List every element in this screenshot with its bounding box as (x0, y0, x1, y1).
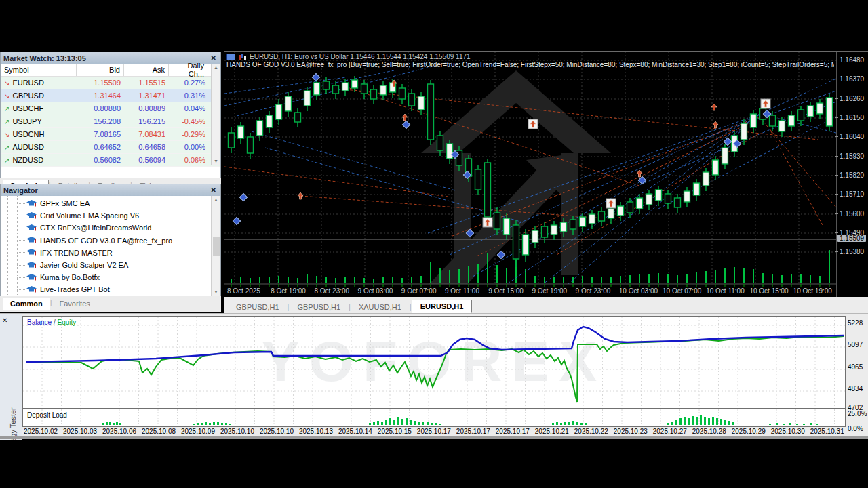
time-axis-label: 10 Oct 07:00 (663, 287, 702, 295)
ea-icon (26, 274, 37, 281)
scrollbar-thumb[interactable] (213, 237, 220, 256)
tree-line (17, 203, 25, 204)
navigator-item[interactable]: HANDS OF GOD V3.0 EA@free_fx_pro (1, 235, 220, 247)
navigator-item[interactable]: Kuma by Bo.Botfx (1, 271, 220, 283)
tester-date-label: 2025.10.30 (771, 428, 805, 437)
bid-cell: 156.208 (77, 117, 124, 125)
change-cell: -0.06% (169, 156, 208, 164)
scroll-down-icon[interactable]: ▼ (214, 289, 218, 294)
chart-tab-gbpusd-h1[interactable]: GBPUSD,H1 (289, 301, 349, 313)
close-icon[interactable]: ✕ (210, 186, 218, 194)
mt-terminal: Market Watch: 13:13:05 ✕ SymbolBidAskDai… (0, 0, 868, 488)
ea-icon (26, 286, 37, 293)
tree-line (17, 277, 25, 278)
ask-cell: 0.64658 (124, 143, 169, 151)
price-axis-label: 1.15380 (840, 248, 864, 256)
symbol-cell: ↗NZDUSD (1, 156, 77, 164)
tab-favorites[interactable]: Favorites (52, 298, 98, 310)
trend-up-icon: ↗ (4, 118, 9, 125)
tester-y-label: 25.0% (848, 410, 867, 418)
column-header[interactable]: Daily Ch... (169, 64, 208, 76)
tester-date-label: 2025.10.09 (181, 428, 215, 437)
column-header[interactable]: Symbol (1, 64, 77, 76)
left-dock: Market Watch: 13:13:05 ✕ SymbolBidAskDai… (0, 52, 221, 312)
tester-y-label: 0.0% (848, 425, 863, 432)
close-icon[interactable]: ✕ (210, 54, 218, 62)
tester-date-label: 2025.10.17 (456, 428, 490, 437)
balance-label: Balance (27, 319, 52, 326)
market-watch-scrollbar[interactable]: ▲ ▼ (211, 64, 220, 165)
strategy-tester-label: Strategy Tester (9, 407, 17, 440)
navigator-item[interactable]: GPFx SMC EA (1, 197, 220, 209)
navigator-item[interactable]: IFX TREND MASTER (1, 247, 220, 259)
scroll-down-icon[interactable]: ▼ (214, 159, 218, 163)
equity-label: Equity (57, 319, 76, 326)
price-axis-label: 1.15600 (840, 210, 864, 218)
tester-date-label: 2025.10.17 (496, 428, 530, 437)
tab-common[interactable]: Common (3, 298, 50, 310)
close-icon[interactable]: ✕ (2, 317, 7, 324)
price-axis-label: 1.16260 (840, 95, 864, 102)
window-edge (0, 436, 868, 439)
table-row[interactable]: ↗USDCHF0.808800.808890.04% (1, 102, 220, 115)
change-cell: 0.04% (169, 104, 208, 113)
navigator-item[interactable]: Javier Gold Scalper V2 EA (1, 259, 220, 271)
table-row[interactable]: ↘GBPUSD1.314641.314710.31% (1, 89, 220, 102)
price-scale[interactable]: 1.164801.163701.162601.161501.160401.159… (836, 52, 868, 298)
time-axis-label: 10 Oct 15:00 (749, 287, 789, 295)
chart-window[interactable]: 8 Oct 20258 Oct 19:008 Oct 23:009 Oct 03… (224, 51, 868, 297)
chart-tab-eurusd-h1[interactable]: EURUSD,H1 (412, 300, 473, 313)
balance-chart[interactable]: YOFOREX Balance / Equity (22, 316, 846, 409)
scroll-up-icon[interactable]: ▲ (214, 197, 218, 202)
table-row[interactable]: ↘EURUSD1.155091.155150.27% (1, 77, 220, 89)
change-cell: -0.29% (169, 130, 208, 138)
scroll-up-icon[interactable]: ▲ (214, 65, 218, 70)
tester-date-label: 2025.10.29 (732, 428, 766, 437)
navigator-item-label: GTX RnFXs@LifeInDreamsWorld (40, 224, 151, 232)
deposit-load-chart[interactable]: Deposit Load (22, 409, 846, 427)
market-watch-title: Market Watch: 13:13:05 (3, 54, 210, 62)
time-axis-label: 9 Oct 19:00 (532, 287, 567, 295)
bid-cell: 0.80880 (77, 104, 124, 113)
price-axis-label: 1.16370 (840, 75, 864, 83)
table-row[interactable]: ↗AUDUSD0.646520.646580.00% (1, 141, 220, 154)
navigator-item[interactable]: Live-Trades GPT Bot (1, 283, 220, 295)
symbol-cell: ↗USDJPY (1, 117, 77, 125)
ea-icon (26, 212, 37, 220)
navigator-item-label: Live-Trades GPT Bot (40, 285, 110, 293)
chart-tab-xauusd-h1[interactable]: XAUUSD,H1 (351, 301, 410, 313)
table-row[interactable]: ↗USDJPY156.208156.215-0.45% (1, 115, 220, 128)
candlestick-chart[interactable]: 8 Oct 20258 Oct 19:008 Oct 23:009 Oct 03… (224, 52, 836, 298)
navigator-item[interactable]: GTX RnFXs@LifeInDreamsWorld (1, 222, 220, 234)
navigator-title: Navigator (3, 186, 210, 195)
time-axis-label: 8 Oct 2025 (227, 287, 260, 295)
ea-icon (26, 200, 37, 207)
bid-cell: 0.64652 (77, 143, 124, 151)
navigator-item-label: IFX TREND MASTER (40, 249, 113, 257)
bid-cell: 0.56082 (77, 156, 124, 164)
tester-date-label: 2025.10.27 (653, 428, 687, 437)
navigator-item-label: HANDS OF GOD V3.0 EA@free_fx_pro (40, 237, 172, 245)
time-axis-label: 8 Oct 23:00 (314, 287, 349, 295)
tester-date-axis: 2025.10.022025.10.032025.10.062025.10.08… (22, 428, 846, 437)
tester-date-label: 2025.10.23 (614, 428, 648, 437)
symbol-cell: ↘USDCNH (1, 130, 77, 138)
navigator-scrollbar[interactable]: ▲ ▼ (211, 196, 220, 296)
column-header[interactable]: Bid (77, 64, 124, 76)
column-header[interactable]: Ask (124, 64, 169, 76)
table-row[interactable]: ↘USDCNH7.081657.08431-0.29% (1, 128, 220, 141)
navigator-item[interactable]: Grid Volume EMA Spacing V6 (1, 209, 220, 222)
strategy-tester-tab[interactable]: ✕ Strategy Tester (0, 314, 22, 440)
chart-tab-gbpusd-h1[interactable]: GBPUSD,H1 (228, 301, 288, 313)
trend-up-icon: ↗ (4, 144, 9, 151)
market-watch-header[interactable]: SymbolBidAskDaily Ch... (1, 64, 220, 77)
tester-y-label: 5097 (848, 341, 863, 348)
table-row[interactable]: ↗NZDUSD0.560820.56094-0.06% (1, 154, 220, 167)
navigator-titlebar[interactable]: Navigator ✕ (1, 184, 220, 196)
trend-down-icon: ↘ (4, 92, 9, 100)
tester-date-label: 2025.10.13 (299, 428, 333, 437)
navigator-tree: GPFx SMC EAGrid Volume EMA Spacing V6GTX… (1, 196, 220, 295)
tester-y-label: 4834 (848, 385, 863, 392)
tester-date-label: 2025.10.17 (417, 428, 451, 437)
time-axis-label: 10 Oct 03:00 (619, 287, 658, 295)
